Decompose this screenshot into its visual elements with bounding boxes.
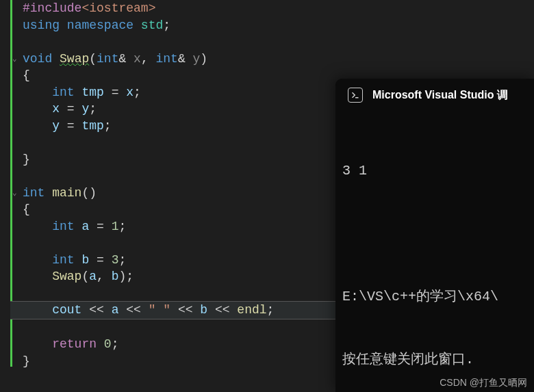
preprocessor: #include	[23, 1, 81, 15]
function-name: main	[44, 186, 81, 200]
code-line[interactable]: #include<iostream>	[10, 0, 534, 17]
console-output[interactable]: 3 1 E:\VS\c++的学习\x64\ 按任意键关闭此窗口.	[335, 112, 534, 392]
output-line: 3 1	[342, 161, 527, 181]
output-prompt: 按任意键关闭此窗口.	[342, 350, 527, 370]
console-title: Microsoft Visual Studio 调	[372, 88, 508, 103]
terminal-icon	[348, 88, 363, 103]
console-titlebar[interactable]: Microsoft Visual Studio 调	[335, 79, 534, 112]
function-name: Swap	[60, 52, 89, 66]
code-line[interactable]: using namespace std;	[10, 17, 534, 34]
fold-icon[interactable]: ⌄	[12, 51, 17, 68]
code-line[interactable]: ⌄void Swap(int& x, int& y)	[10, 51, 534, 68]
code-line[interactable]	[10, 34, 534, 51]
watermark: CSDN @打鱼又晒网	[440, 377, 527, 389]
debug-console-window[interactable]: Microsoft Visual Studio 调 3 1 E:\VS\c++的…	[335, 79, 534, 392]
include-lib: <iostream>	[81, 1, 155, 15]
output-path: E:\VS\c++的学习\x64\	[342, 287, 527, 307]
output-line	[342, 224, 527, 244]
fold-icon[interactable]: ⌄	[12, 185, 17, 202]
